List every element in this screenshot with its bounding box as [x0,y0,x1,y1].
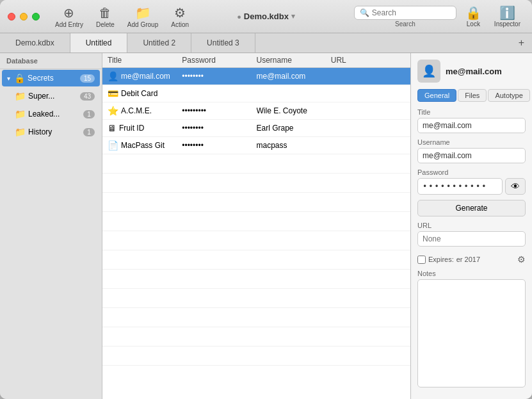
expires-checkbox[interactable] [417,256,426,264]
sidebar-item-history[interactable]: 📁 History 1 [2,124,100,140]
action-button[interactable]: ⚙ Action [166,3,194,31]
title-chevron: ▾ [291,12,295,20]
sidebar-item-super[interactable]: 📁 Super... 43 [2,88,100,104]
entry-row-empty [102,308,410,327]
entry-title-cell: 👤 me@mail.com [108,71,182,81]
sidebar-label-secrets: Secrets [28,74,77,83]
entry-title-cell: 💳 Debit Card [108,88,182,99]
add-tab-button[interactable]: + [511,33,532,53]
url-field-input[interactable] [417,231,526,247]
tab-demo[interactable]: Demo.kdbx [0,33,70,53]
entry-row[interactable]: 🖥 Fruit ID •••••••• Earl Grape [102,120,410,137]
main-content: Database ▾ 🔒 Secrets 15 📁 Super... 43 📁 … [0,53,532,399]
lock-button[interactable]: 🔒 Lock [462,3,485,30]
entry-row-empty [102,270,410,289]
notes-label: Notes [417,270,526,277]
leaked-icon: 📁 [15,109,26,119]
title-field-label: Title [417,108,526,116]
inspector-avatar: 👤 me@mail.com [417,60,526,83]
tab-autotype[interactable]: Autotype [488,89,529,102]
window-title: ● Demo.kdbx ▾ [237,12,295,21]
search-wrapper: 🔍 Search [354,6,456,28]
entry-title-cell: 📄 MacPass Git [108,140,182,151]
entry-row[interactable]: 👤 me@mail.com •••••••• me@mail.com [102,68,410,85]
add-group-button[interactable]: 📁 Add Group [122,3,163,31]
action-icon: ⚙ [174,5,186,20]
password-row: 👁 [417,178,526,195]
password-field-group: Password 👁 [417,168,526,195]
avatar-name: me@mail.com [446,67,502,76]
tab-files[interactable]: Files [458,89,487,102]
entry-row-empty [102,212,410,231]
maximize-button[interactable] [32,13,40,20]
generate-button[interactable]: Generate [417,200,526,216]
sidebar-label-leaked: Leaked... [28,110,81,118]
entry-list: Title Password Username URL 👤 me@mail.co… [102,53,410,399]
expires-value: er 2017 [456,256,480,263]
tab-untitled3[interactable]: Untitled 3 [191,33,255,53]
app-window: ⊕ Add Entry 🗑 Delete 📁 Add Group ⚙ Actio… [0,0,532,399]
sidebar-label-super: Super... [28,92,77,101]
add-entry-icon: ⊕ [63,5,74,20]
add-group-icon: 📁 [135,5,151,20]
notes-field-group: Notes [417,270,526,387]
entry-row[interactable]: ⭐ A.C.M.E. ••••••••• Wile E. Coyote [102,102,410,120]
entry-row[interactable]: 📄 MacPass Git •••••••• macpass [102,137,410,154]
entry-password-cell: •••••••• [182,141,256,150]
entry-icon: 📄 [108,140,118,151]
delete-button[interactable]: 🗑 Delete [91,3,120,31]
entry-rows: 👤 me@mail.com •••••••• me@mail.com 💳 Deb… [102,68,410,399]
inspector-button[interactable]: ℹ️ Inspector [490,3,524,30]
url-field-group: URL [417,222,526,247]
password-field-label: Password [417,168,526,176]
username-field-input[interactable] [417,148,526,163]
avatar: 👤 [417,60,440,83]
entry-title-cell: 🖥 Fruit ID [108,123,182,133]
entry-icon: 🖥 [108,123,117,133]
search-input[interactable] [372,8,451,17]
entry-password-cell: ••••••••• [182,106,256,115]
action-label: Action [171,21,189,28]
lock-icon: 🔒 [465,5,481,20]
entry-row-empty [102,231,410,250]
entry-row-empty [102,250,410,270]
collapse-arrow: ▾ [7,75,10,82]
add-entry-button[interactable]: ⊕ Add Entry [50,3,88,31]
tab-untitled2[interactable]: Untitled 2 [127,33,191,53]
close-button[interactable] [8,13,15,20]
minimize-button[interactable] [20,13,28,20]
entry-row[interactable]: 💳 Debit Card [102,85,410,102]
search-label: Search [395,20,415,28]
password-field-input[interactable] [417,178,503,195]
show-password-button[interactable]: 👁 [505,178,526,195]
entry-title-cell: ⭐ A.C.M.E. [108,106,182,116]
entry-icon: 👤 [108,71,118,81]
history-icon: 📁 [15,127,26,137]
inspector-icon: ℹ️ [499,5,515,20]
col-username: Username [257,56,331,65]
notes-textarea[interactable] [417,279,526,387]
entry-table-header: Title Password Username URL [102,53,410,68]
tab-untitled1[interactable]: Untitled [70,33,128,53]
entry-username-cell: Earl Grape [257,124,331,133]
inspector-tabs: General Files Autotype [417,89,526,102]
title-field-input[interactable] [417,118,526,133]
entry-username-cell: me@mail.com [257,72,331,81]
title-field-group: Title [417,108,526,133]
sidebar-label-history: History [28,127,81,136]
tab-general[interactable]: General [417,89,456,102]
entry-row-empty [102,289,410,308]
sidebar-item-secrets[interactable]: ▾ 🔒 Secrets 15 [2,70,100,86]
super-badge: 43 [80,92,95,101]
expires-row: Expires: er 2017 ⚙ [417,254,526,265]
title-dot: ● [237,13,241,20]
entry-row-empty [102,174,410,193]
entry-row-empty [102,154,410,174]
delete-icon: 🗑 [99,5,111,20]
toolbar-left: ⊕ Add Entry 🗑 Delete 📁 Add Group ⚙ Actio… [50,3,194,31]
expires-gear-icon[interactable]: ⚙ [517,254,526,265]
search-box[interactable]: 🔍 [354,6,456,20]
sidebar-item-leaked[interactable]: 📁 Leaked... 1 [2,106,100,122]
sidebar-header: Database [0,53,102,69]
entry-password-cell: •••••••• [182,124,256,133]
